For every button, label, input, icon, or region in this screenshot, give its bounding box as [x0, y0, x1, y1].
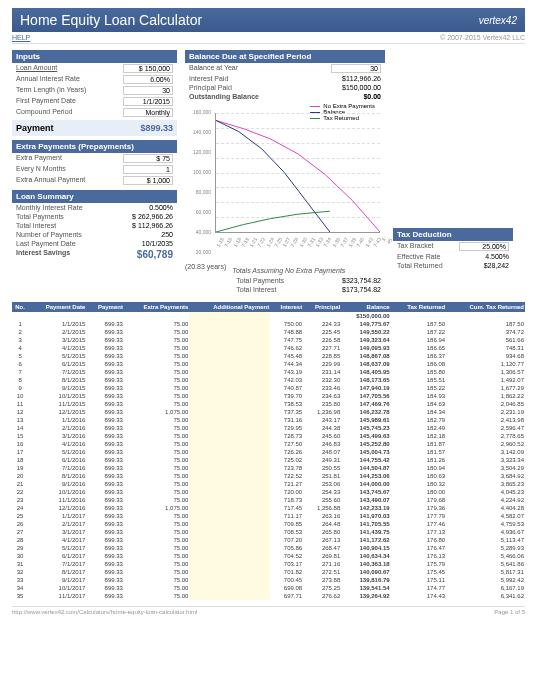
mrate-value: 0.500% — [123, 204, 173, 211]
inputs-header: Inputs — [12, 50, 177, 63]
table-row: 1212/1/2015899.331,075.00737.351,236.981… — [12, 408, 525, 416]
outstand-label: Outstanding Balance — [189, 93, 259, 100]
col-header: Tax Returned — [391, 302, 447, 312]
every-label: Every N Months — [16, 165, 66, 174]
table-row: 22/1/2015899.3375.00748.88225.45149,550.… — [12, 328, 525, 336]
table-row: 153/1/2016899.3375.00728.73245.60145,499… — [12, 432, 525, 440]
balance-chart: No Extra Payments Balance Tax Returned 2… — [185, 103, 385, 263]
table-row: 186/1/2016899.3375.00725.02249.31144,755… — [12, 456, 525, 464]
loan-amount-label[interactable]: Loan Amount — [16, 64, 57, 73]
term-label: Term Length (in Years) — [16, 86, 86, 95]
extra-pay-input[interactable]: $ 75 — [123, 154, 173, 163]
page-title: Home Equity Loan Calculator — [20, 12, 202, 28]
totint-value: $ 112,966.26 — [123, 222, 173, 229]
logo: vertex42 — [479, 15, 517, 26]
col-header: Payment — [86, 302, 124, 312]
footer-page: Page 1 of 5 — [494, 609, 525, 615]
col-header: Extra Payments — [124, 302, 190, 312]
rate-input[interactable]: 6.00% — [123, 75, 173, 84]
payment-label: Payment — [16, 123, 54, 133]
extra-header: Extra Payments (Prepayments) — [12, 140, 177, 153]
term-input[interactable]: 30 — [123, 86, 173, 95]
help-link[interactable]: HELP — [12, 34, 30, 41]
bracket-label: Tax Bracket — [397, 242, 434, 251]
effrate-label: Effective Rate — [397, 253, 440, 260]
footer-url: http://www.vertex42.com/Calculators/home… — [12, 609, 197, 615]
table-row: 142/1/2016899.3375.00729.95244.38145,745… — [12, 424, 525, 432]
balat-label: Balance at Year — [189, 64, 238, 73]
intpaid-value: $112,966.26 — [331, 75, 381, 82]
copyright: © 2007-2015 Vertex42 LLC — [440, 34, 525, 41]
table-row: 2311/1/2016899.3375.00718.73255.60143,49… — [12, 496, 525, 504]
totret-label: Total Returned — [397, 262, 443, 269]
table-row: 339/1/2017899.3375.00700.45273.88139,816… — [12, 576, 525, 584]
table-row: 295/1/2017899.3375.00705.86268.47140,904… — [12, 544, 525, 552]
outstand-value: $0.00 — [331, 93, 381, 100]
table-row: 284/1/2017899.3375.00707.20267.13141,172… — [12, 536, 525, 544]
rate-label: Annual Interest Rate — [16, 75, 80, 84]
totals-noextra-hdr: Totals Assuming No Extra Payments — [232, 267, 385, 274]
table-row: 2412/1/2016899.331,075.00717.451,256.881… — [12, 504, 525, 512]
compound-label: Compound Period — [16, 108, 72, 117]
numpay-value: 250 — [123, 231, 173, 238]
table-row: 164/1/2016899.3375.00727.50246.83145,252… — [12, 440, 525, 448]
table-row: 3511/1/2017899.3375.00697.71276.62139,26… — [12, 592, 525, 600]
table-row: 262/1/2017899.3375.00709.85264.48141,705… — [12, 520, 525, 528]
numpay-label: Number of Payments — [16, 231, 82, 238]
balat-input[interactable]: 30 — [331, 64, 381, 73]
extra-pay-label: Extra Payment — [16, 154, 62, 163]
first-pay-input[interactable]: 1/1/2015 — [123, 97, 173, 106]
col-header: Additional Payment — [189, 302, 270, 312]
col-header: No. — [12, 302, 28, 312]
savings-value: $60,789 — [137, 249, 173, 260]
col-header: Payment Date — [28, 302, 86, 312]
col-header: Cum. Tax Returned — [446, 302, 525, 312]
col-header: Balance — [341, 302, 390, 312]
bracket-input[interactable]: 25.00% — [459, 242, 509, 251]
col-header: Interest — [270, 302, 303, 312]
totret-value: $28,242 — [459, 262, 509, 269]
totpay-value: $ 262,966.26 — [123, 213, 173, 220]
intpaid-label: Interest Paid — [189, 75, 228, 82]
table-row: 219/1/2016899.3375.00721.27253.06144,000… — [12, 480, 525, 488]
effrate-value: 4.500% — [459, 253, 509, 260]
table-row: 55/1/2015899.3375.00745.48228.85148,867.… — [12, 352, 525, 360]
summary-header: Loan Summary — [12, 190, 177, 203]
table-row: 77/1/2015899.3375.00743.19231.14148,405.… — [12, 368, 525, 376]
table-row: 208/1/2016899.3375.00722.52251.81144,253… — [12, 472, 525, 480]
prinpaid-value: $150,000.00 — [331, 84, 381, 91]
table-row: 1111/1/2015899.3375.00738.53235.80147,46… — [12, 400, 525, 408]
tax-header: Tax Deduction — [393, 228, 513, 241]
table-row: 33/1/2015899.3375.00747.75226.58149,323.… — [12, 336, 525, 344]
payment-value: $899.33 — [140, 123, 173, 133]
loan-amount-input[interactable]: $ 150,000 — [123, 64, 173, 73]
table-row: 317/1/2017899.3375.00703.17271.16140,363… — [12, 560, 525, 568]
col-header: Principal — [303, 302, 341, 312]
years-note: (20.83 years) — [185, 263, 226, 294]
annual-extra-label: Extra Annual Payment — [16, 176, 85, 185]
table-row: 175/1/2016899.3375.00726.26248.07145,004… — [12, 448, 525, 456]
totint-label: Total Interest — [16, 222, 56, 229]
balance-header: Balance Due at Specified Period — [185, 50, 385, 63]
noextra-totint: $173,754.82 — [331, 286, 381, 293]
table-row: 99/1/2015899.3375.00740.87233.46147,940.… — [12, 384, 525, 392]
annual-extra-input[interactable]: $ 1,000 — [123, 176, 173, 185]
table-row: 328/1/2017899.3375.00701.82272.51140,090… — [12, 568, 525, 576]
table-row: 306/1/2017899.3375.00704.52269.81140,634… — [12, 552, 525, 560]
first-pay-label: First Payment Date — [16, 97, 76, 106]
table-row: 197/1/2016899.3375.00723.78250.55144,504… — [12, 464, 525, 472]
lastpay-value: 10/1/2035 — [123, 240, 173, 247]
mrate-label: Monthly Interest Rate — [16, 204, 83, 211]
savings-label: Interest Savings — [16, 249, 70, 260]
table-row: 273/1/2017899.3375.00708.53265.80141,439… — [12, 528, 525, 536]
table-row: 131/1/2016899.3375.00731.16243.17145,989… — [12, 416, 525, 424]
table-row: 3410/1/2017899.3375.00699.08275.25139,54… — [12, 584, 525, 592]
schedule-table: No.Payment DatePaymentExtra PaymentsAddi… — [12, 302, 525, 600]
noextra-totpay: $323,754.82 — [331, 277, 381, 284]
prinpaid-label: Principal Paid — [189, 84, 232, 91]
table-row: 44/1/2015899.3375.00746.62227.71149,095.… — [12, 344, 525, 352]
compound-input[interactable]: Monthly — [123, 108, 173, 117]
table-row: 11/1/2015899.3375.00750.00224.33149,775.… — [12, 320, 525, 328]
totpay-label: Total Payments — [16, 213, 64, 220]
every-input[interactable]: 1 — [123, 165, 173, 174]
